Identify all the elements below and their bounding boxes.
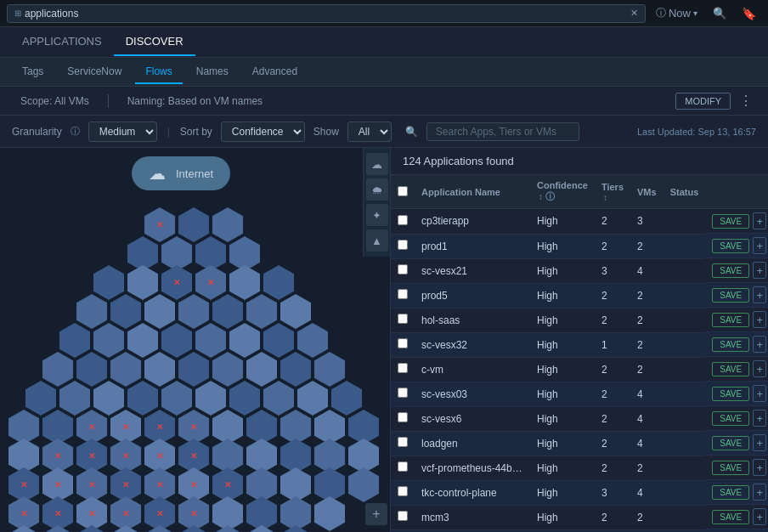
add-row-button[interactable]: + bbox=[753, 360, 766, 377]
row-checkbox-cell[interactable] bbox=[391, 456, 415, 480]
row-checkbox[interactable] bbox=[398, 388, 408, 398]
row-checkbox[interactable] bbox=[398, 215, 408, 225]
add-row-button[interactable]: + bbox=[753, 459, 766, 476]
hex-cell[interactable] bbox=[263, 381, 294, 416]
hex-cell[interactable] bbox=[212, 525, 243, 532]
add-row-button[interactable]: + bbox=[753, 385, 766, 402]
hex-cell[interactable] bbox=[229, 323, 260, 358]
hex-cell[interactable] bbox=[110, 294, 141, 329]
more-options-button[interactable]: ⋮ bbox=[736, 93, 756, 109]
row-checkbox-cell[interactable] bbox=[391, 431, 415, 456]
add-row-button[interactable]: + bbox=[753, 434, 766, 451]
weather-tool-button[interactable]: 🌧 bbox=[366, 178, 388, 201]
row-checkbox-cell[interactable] bbox=[391, 406, 415, 431]
row-checkbox[interactable] bbox=[398, 314, 408, 324]
save-button[interactable]: SAVE bbox=[712, 214, 749, 229]
hex-cell[interactable]: ✕ bbox=[144, 207, 175, 242]
subtab-names[interactable]: Names bbox=[186, 60, 239, 84]
hex-cell[interactable] bbox=[76, 294, 107, 329]
row-checkbox[interactable] bbox=[398, 363, 408, 373]
hex-cell[interactable] bbox=[127, 323, 158, 358]
save-button[interactable]: SAVE bbox=[712, 288, 749, 303]
row-checkbox[interactable] bbox=[398, 338, 408, 348]
hex-cell[interactable] bbox=[110, 352, 141, 387]
add-row-button[interactable]: + bbox=[753, 311, 766, 328]
add-map-item-button[interactable]: + bbox=[365, 503, 387, 525]
close-icon[interactable]: ✕ bbox=[630, 8, 638, 19]
hex-cell[interactable] bbox=[331, 381, 362, 416]
show-select[interactable]: All bbox=[347, 122, 392, 142]
hex-cell[interactable] bbox=[144, 352, 175, 387]
search-apps-input[interactable] bbox=[426, 122, 579, 141]
hex-cell[interactable] bbox=[178, 352, 209, 387]
hex-cell[interactable] bbox=[93, 381, 124, 416]
save-button[interactable]: SAVE bbox=[712, 337, 749, 352]
hex-cell[interactable] bbox=[263, 265, 294, 300]
row-app-name[interactable]: tkc-control-plane bbox=[415, 480, 530, 505]
hex-cell[interactable] bbox=[229, 381, 260, 416]
hex-cell[interactable] bbox=[76, 352, 107, 387]
tab-discover[interactable]: DISCOVER bbox=[114, 28, 195, 56]
hex-cell[interactable] bbox=[178, 525, 209, 532]
hex-cell[interactable] bbox=[127, 381, 158, 416]
row-app-name[interactable]: loadgen bbox=[415, 431, 530, 456]
hex-cell[interactable] bbox=[280, 294, 311, 329]
save-button[interactable]: SAVE bbox=[712, 436, 749, 450]
row-app-name[interactable]: sc-vesx6 bbox=[415, 406, 530, 431]
save-button[interactable]: SAVE bbox=[712, 362, 749, 376]
row-checkbox-cell[interactable] bbox=[391, 283, 415, 308]
hex-cell[interactable] bbox=[178, 294, 209, 329]
hex-cell[interactable] bbox=[263, 323, 294, 358]
hex-cell[interactable] bbox=[59, 323, 90, 358]
add-row-button[interactable]: + bbox=[753, 508, 766, 525]
save-button[interactable]: SAVE bbox=[712, 239, 749, 253]
row-checkbox-cell[interactable] bbox=[391, 308, 415, 332]
hex-cell[interactable] bbox=[348, 467, 379, 502]
hex-cell[interactable]: ✕ bbox=[110, 525, 141, 532]
row-checkbox[interactable] bbox=[398, 240, 408, 250]
header-confidence[interactable]: Confidence ↕ ⓘ bbox=[530, 175, 595, 209]
row-app-name[interactable]: prod5 bbox=[415, 283, 530, 308]
subtab-flows[interactable]: Flows bbox=[135, 60, 182, 84]
header-tiers[interactable]: Tiers ↕ bbox=[595, 175, 630, 209]
row-checkbox-cell[interactable] bbox=[391, 234, 415, 258]
hex-cell[interactable] bbox=[246, 525, 277, 532]
row-app-name[interactable]: vcf-prometheus-44bs-6f... bbox=[415, 456, 530, 480]
row-app-name[interactable]: prod1 bbox=[415, 234, 530, 258]
hex-cell[interactable] bbox=[144, 294, 175, 329]
row-checkbox-cell[interactable] bbox=[391, 258, 415, 283]
hex-cell[interactable] bbox=[93, 265, 124, 300]
row-checkbox[interactable] bbox=[398, 264, 408, 274]
star-tool-button[interactable]: ✦ bbox=[366, 204, 388, 226]
hex-cell[interactable] bbox=[161, 323, 192, 358]
row-checkbox-cell[interactable] bbox=[391, 332, 415, 357]
hex-cell[interactable] bbox=[229, 265, 260, 300]
search-box[interactable]: ⊞ ✕ bbox=[7, 4, 646, 23]
hex-cell[interactable]: ✕ bbox=[42, 525, 73, 532]
bookmark-button[interactable]: 🔖 bbox=[737, 5, 761, 22]
hex-cell[interactable]: ✕ bbox=[76, 525, 107, 532]
subtab-advanced[interactable]: Advanced bbox=[242, 60, 308, 84]
hex-cell[interactable] bbox=[246, 352, 277, 387]
search-button[interactable]: 🔍 bbox=[708, 5, 731, 21]
subtab-tags[interactable]: Tags bbox=[12, 60, 54, 84]
now-button[interactable]: ⓘ Now ▾ bbox=[651, 4, 703, 22]
hex-cell[interactable] bbox=[280, 525, 311, 532]
row-app-name[interactable]: sc-vesx03 bbox=[415, 382, 530, 406]
save-button[interactable]: SAVE bbox=[712, 313, 749, 327]
row-checkbox-cell[interactable] bbox=[391, 382, 415, 406]
hex-cell[interactable] bbox=[297, 381, 328, 416]
hex-cell[interactable] bbox=[93, 323, 124, 358]
row-checkbox[interactable] bbox=[398, 289, 408, 299]
hex-cell[interactable] bbox=[25, 381, 56, 416]
triangle-tool-button[interactable]: ▲ bbox=[366, 229, 388, 252]
hex-cell[interactable] bbox=[280, 352, 311, 387]
hex-cell[interactable] bbox=[314, 352, 345, 387]
save-button[interactable]: SAVE bbox=[712, 387, 749, 401]
row-checkbox[interactable] bbox=[398, 486, 408, 496]
cloud-tool-button[interactable]: ☁ bbox=[366, 153, 388, 175]
add-row-button[interactable]: + bbox=[753, 212, 766, 229]
hex-cell[interactable]: ✕ bbox=[144, 525, 175, 532]
row-app-name[interactable]: hol-saas bbox=[415, 308, 530, 332]
save-button[interactable]: SAVE bbox=[712, 263, 749, 278]
